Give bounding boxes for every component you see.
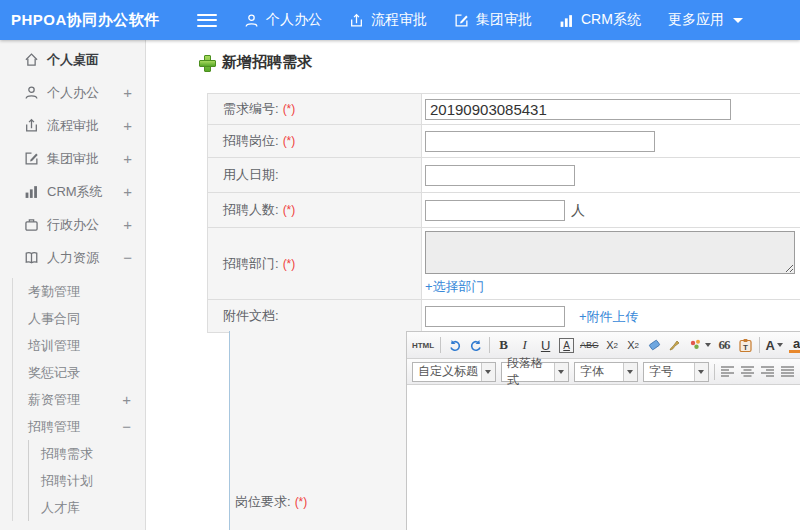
color-palette-icon	[689, 338, 705, 352]
redo-button[interactable]	[468, 335, 483, 355]
expand-icon[interactable]: +	[123, 183, 132, 200]
align-justify-button[interactable]	[780, 362, 795, 382]
form-label: 岗位要求:	[235, 494, 291, 509]
italic-button[interactable]: I	[517, 335, 532, 355]
form-row-position: 招聘岗位:(*)	[208, 125, 800, 158]
align-right-button[interactable]	[760, 362, 775, 382]
unit-suffix: 人	[571, 202, 585, 218]
collapse-icon[interactable]: −	[123, 249, 132, 266]
sidebar-item-group-approval[interactable]: 集团审批 +	[0, 142, 145, 175]
form-label: 附件文档:	[223, 308, 279, 323]
strikethrough-button[interactable]: ABC	[580, 335, 599, 355]
home-icon	[24, 52, 39, 67]
font-size-dropdown[interactable]: 字号	[643, 362, 709, 382]
html-source-button[interactable]: HTML	[412, 335, 434, 355]
background-color-button[interactable]: a	[789, 337, 800, 353]
sidebar-item-personal-office[interactable]: 个人办公 +	[0, 76, 145, 109]
form-label: 招聘部门:	[223, 256, 279, 271]
paste-text-button[interactable]: T	[738, 335, 753, 355]
blockquote-button[interactable]: 66	[717, 335, 732, 355]
sidebar-item-admin-office[interactable]: 行政办公 +	[0, 208, 145, 241]
nav-more-apps[interactable]: 更多应用	[668, 11, 743, 29]
sidebar-item-recruit-mgmt[interactable]: 招聘管理−	[13, 413, 145, 440]
eraser-icon	[647, 338, 662, 352]
process-approval-icon	[24, 118, 39, 133]
editor-content[interactable]	[407, 385, 800, 530]
sidebar-item-label: 集团审批	[47, 150, 99, 168]
sidebar-item-human-resources[interactable]: 人力资源 −	[0, 241, 145, 274]
expand-icon[interactable]: +	[123, 84, 132, 101]
format-painter-button[interactable]	[668, 335, 683, 355]
sidebar-item-crm-system[interactable]: CRM系统 +	[0, 175, 145, 208]
sidebar-item-hr-contract[interactable]: 人事合同	[13, 305, 145, 332]
sidebar-item-label: 个人办公	[47, 84, 99, 102]
expand-icon[interactable]: +	[123, 117, 132, 134]
undo-button[interactable]	[447, 335, 462, 355]
paragraph-format-dropdown[interactable]: 段落格式	[501, 362, 569, 382]
select-department-link[interactable]: +选择部门	[425, 278, 485, 296]
caret-down-icon	[777, 343, 783, 347]
required-mark: (*)	[295, 495, 308, 509]
required-mark: (*)	[283, 203, 296, 217]
sidebar-item-training[interactable]: 培训管理	[13, 332, 145, 359]
collapse-icon[interactable]: −	[122, 418, 131, 435]
menu-toggle-icon[interactable]	[197, 14, 217, 27]
nav-process-approval[interactable]: 流程审批	[349, 11, 427, 29]
headcount-input[interactable]	[425, 200, 565, 221]
position-input[interactable]	[425, 131, 655, 152]
editor-toolbar-row2: 自定义标题 段落格式 字体 字号	[407, 359, 800, 385]
bar-chart-icon	[24, 184, 39, 199]
color-palette-button[interactable]	[689, 335, 711, 355]
nav-personal-office[interactable]: 个人办公	[244, 11, 322, 29]
form-row-job-requirements: 岗位要求:(*) HTML B I U A ABC X2 X2 66	[229, 331, 800, 530]
expand-icon[interactable]: +	[123, 216, 132, 233]
caret-down-icon	[698, 370, 704, 374]
page-title: 新增招聘需求	[199, 53, 312, 72]
sidebar-item-attendance[interactable]: 考勤管理	[13, 278, 145, 305]
superscript-button[interactable]: X2	[605, 335, 620, 355]
nav-label: 个人办公	[266, 11, 322, 29]
sidebar-item-salary[interactable]: 薪资管理+	[13, 386, 145, 413]
sidebar-item-rewards[interactable]: 奖惩记录	[13, 359, 145, 386]
sidebar-item-process-approval[interactable]: 流程审批 +	[0, 109, 145, 142]
bold-button[interactable]: B	[496, 335, 511, 355]
align-left-button[interactable]	[720, 362, 735, 382]
sidebar-item-recruit-plan[interactable]: 招聘计划	[29, 467, 145, 494]
font-family-dropdown[interactable]: 字体	[574, 362, 638, 382]
demand-no-input[interactable]	[425, 99, 731, 120]
hire-date-input[interactable]	[425, 165, 575, 186]
font-style-button[interactable]: A	[559, 338, 574, 353]
eraser-button[interactable]	[647, 335, 662, 355]
paste-clipboard-icon: T	[738, 338, 753, 353]
font-color-button[interactable]: A	[766, 335, 783, 355]
nav-label: CRM系统	[581, 11, 641, 29]
svg-text:T: T	[743, 342, 748, 351]
sidebar-item-personal-desktop[interactable]: 个人桌面	[0, 43, 145, 76]
underline-button[interactable]: U	[538, 335, 553, 355]
caret-down-icon	[485, 370, 491, 374]
sidebar-item-recruit-demand[interactable]: 招聘需求	[29, 440, 145, 467]
required-mark: (*)	[283, 102, 296, 116]
user-icon	[24, 85, 39, 100]
recruit-submenu: 招聘需求 招聘计划 人才库	[28, 440, 145, 521]
sidebar-item-talent-pool[interactable]: 人才库	[29, 494, 145, 521]
expand-icon[interactable]: +	[123, 150, 132, 167]
form-row-headcount: 招聘人数:(*) 人	[208, 193, 800, 228]
recruit-demand-form: 需求编号:(*) 招聘岗位:(*) 用人日期: 招聘人数:(*)	[207, 93, 800, 333]
subscript-button[interactable]: X2	[626, 335, 641, 355]
briefcase-icon	[24, 217, 39, 232]
attachment-input[interactable]	[425, 306, 565, 327]
top-nav: 个人办公 流程审批 集团审批 CRM系统 更多应用	[197, 11, 743, 29]
attachment-upload-link[interactable]: +附件上传	[579, 308, 639, 326]
edit-square-icon	[454, 13, 469, 28]
department-textarea[interactable]	[425, 231, 795, 274]
custom-title-dropdown[interactable]: 自定义标题	[412, 362, 496, 382]
nav-group-approval[interactable]: 集团审批	[454, 11, 532, 29]
expand-icon[interactable]: +	[122, 391, 131, 408]
edit-square-icon	[24, 151, 39, 166]
align-left-icon	[720, 365, 735, 378]
align-center-button[interactable]	[740, 362, 755, 382]
caret-down-icon	[558, 370, 564, 374]
sidebar: 个人桌面 个人办公 + 流程审批 + 集团审批 + CRM系统 + 行政办公 +…	[0, 40, 146, 530]
nav-crm-system[interactable]: CRM系统	[559, 11, 641, 29]
